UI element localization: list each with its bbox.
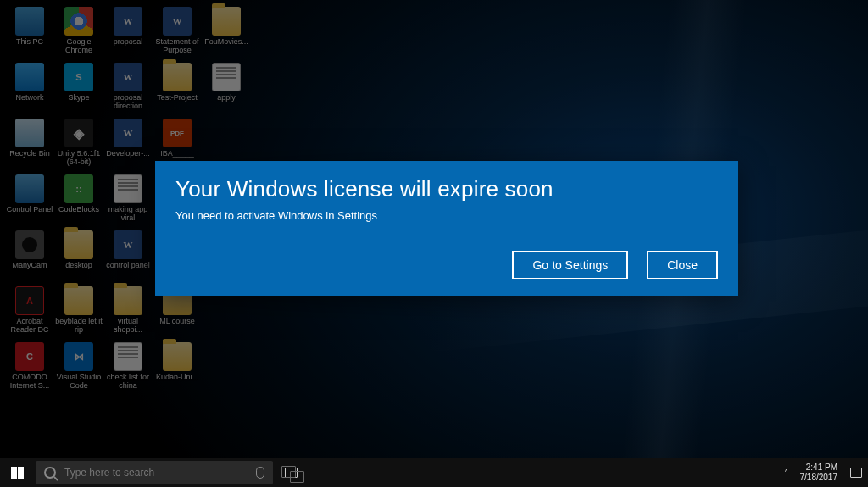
go-to-settings-button[interactable]: Go to Settings	[512, 251, 628, 279]
task-view-button[interactable]	[273, 458, 309, 487]
dialog-actions: Go to Settings Close	[175, 251, 718, 279]
taskbar-clock[interactable]: 2:41 PM 7/18/2017	[793, 462, 845, 483]
system-tray[interactable]: ˄	[784, 468, 793, 478]
windows-logo-icon	[11, 467, 24, 479]
close-button[interactable]: Close	[647, 251, 718, 279]
clock-date: 7/18/2017	[800, 473, 838, 483]
taskbar-search[interactable]	[36, 461, 273, 484]
tray-overflow-icon[interactable]: ˄	[784, 468, 788, 478]
taskbar: ˄ 2:41 PM 7/18/2017	[0, 458, 868, 487]
search-icon	[44, 467, 56, 479]
microphone-icon[interactable]	[256, 467, 264, 479]
license-expire-dialog: Your Windows license will expire soon Yo…	[155, 161, 738, 296]
notification-icon	[850, 468, 862, 478]
start-button[interactable]	[0, 458, 34, 487]
dialog-title: Your Windows license will expire soon	[175, 176, 718, 202]
task-view-icon	[285, 468, 298, 478]
dialog-message: You need to activate Windows in Settings	[175, 209, 718, 222]
clock-time: 2:41 PM	[800, 462, 838, 473]
action-center-button[interactable]	[844, 458, 868, 487]
search-input[interactable]	[64, 467, 249, 479]
